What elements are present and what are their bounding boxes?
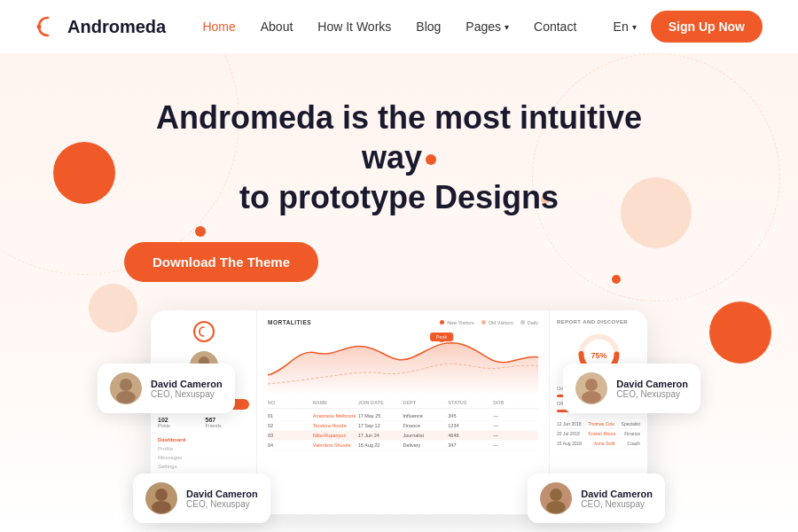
dot-accent [426, 154, 436, 165]
dash-center-panel: MORTALITIES New Visitors Old Visitors Da… [257, 310, 550, 514]
svg-point-3 [116, 391, 136, 403]
chart-area: Peak [268, 331, 538, 393]
testimonial-info: David Cameron CEO, Nexuspay [186, 489, 258, 509]
nav-link-blog[interactable]: Blog [416, 20, 441, 34]
testimonial-card-bottom-right: David Cameron CEO, Nexuspay [528, 473, 665, 523]
deco-circle-orange-far-right [709, 301, 771, 364]
testimonial-card-top-right: David Cameron CEO, Nexuspay [563, 364, 700, 413]
hero-text: Andromeda is the most intuitive way to p… [124, 98, 674, 282]
testimonial-info: David Cameron CEO, Nexuspay [581, 489, 653, 509]
language-selector[interactable]: En ▾ [614, 20, 637, 34]
logo-text: Andromeda [67, 17, 166, 37]
dash-stats: 102Posts 567Friends [158, 417, 249, 428]
nav-link-howitworks[interactable]: How It Works [317, 20, 391, 34]
testimonial-avatar [540, 482, 572, 514]
svg-point-18 [155, 489, 168, 501]
testimonial-card-top-left: David Cameron CEO, Nexuspay [98, 364, 235, 413]
svg-point-22 [546, 501, 566, 513]
lang-label: En [614, 20, 629, 34]
deco-circle-orange-left [53, 142, 115, 204]
hero-section: Andromeda is the most intuitive way to p… [0, 53, 798, 532]
svg-point-6 [582, 391, 601, 403]
nav-link-about[interactable]: About [261, 20, 293, 34]
testimonial-info: David Cameron CEO, Nexuspay [616, 379, 688, 399]
svg-point-19 [152, 501, 171, 513]
testimonial-card-bottom-left: David Cameron CEO, Nexuspay [133, 473, 270, 523]
nav-link-home[interactable]: Home [202, 20, 235, 34]
dashboard-preview: David Cameron CEO, Nexuspay David Camero… [151, 310, 647, 532]
svg-point-5 [585, 379, 598, 391]
download-button[interactable]: Download The Theme [124, 242, 318, 282]
nav-right: En ▾ Sign Up Now [614, 11, 763, 43]
dash-table: No Name Join Date Dept Status DOB 01 Ana… [268, 400, 538, 450]
nav-item-howitworks[interactable]: How It Works [317, 19, 391, 35]
navbar: Andromeda Home About How It Works Blog P… [0, 0, 798, 53]
svg-point-7 [199, 331, 200, 332]
table-row: 01 Anastasia Melbrook 17 May 25 Influenc… [268, 411, 538, 421]
nav-item-home[interactable]: Home [202, 19, 235, 35]
nav-link-contact[interactable]: Contact [534, 20, 576, 34]
dash-logo [193, 321, 215, 342]
svg-point-2 [120, 379, 132, 391]
svg-point-0 [37, 25, 42, 29]
svg-text:75%: 75% [591, 351, 606, 360]
nav-item-contact[interactable]: Contact [534, 19, 576, 35]
logo[interactable]: Andromeda [35, 14, 166, 39]
dash-right-table: 12 Jun 2018 Thomas Cole Specialist 20 Ju… [557, 419, 640, 449]
nav-link-pages[interactable]: Pages ▾ [466, 20, 509, 34]
chevron-down-icon: ▾ [632, 22, 637, 32]
table-row: 04 Valentina Shuster 16 Aug 22 Delivery … [268, 441, 538, 450]
nav-item-blog[interactable]: Blog [416, 19, 441, 35]
table-row: 02 Teodora Honda 17 Sep 12 Finance 1234 … [268, 421, 538, 431]
nav-links: Home About How It Works Blog Pages ▾ Con… [202, 19, 576, 35]
chevron-down-icon: ▾ [505, 22, 509, 32]
testimonial-avatar [575, 372, 607, 404]
signup-button[interactable]: Sign Up Now [651, 11, 763, 43]
nav-item-pages[interactable]: Pages ▾ [466, 20, 509, 34]
testimonial-avatar [110, 372, 142, 404]
deco-circle-peach-left-bottom [89, 284, 137, 332]
svg-point-21 [550, 489, 562, 501]
nav-item-about[interactable]: About [261, 19, 293, 35]
table-row: 03 Nika Rupanyus 17 Jun 24 Journalist 46… [268, 431, 538, 441]
svg-text:Peak: Peak [436, 335, 448, 340]
logo-icon [35, 14, 60, 39]
testimonial-avatar [145, 482, 177, 514]
testimonial-info: David Cameron CEO, Nexuspay [151, 379, 223, 399]
dash-menu: Dashboard Profile Messages Settings [158, 435, 249, 471]
hero-title: Andromeda is the most intuitive way to p… [124, 98, 674, 217]
